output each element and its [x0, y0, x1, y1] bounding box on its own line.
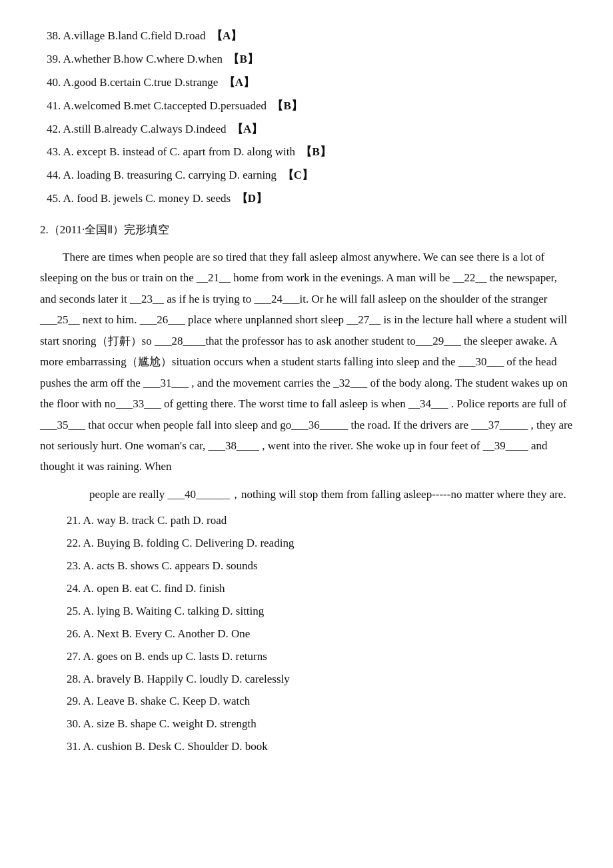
passage-block: There are times when people are so tired… [40, 247, 573, 505]
question-line-25: 25. A. lying B. Waiting C. talking D. si… [67, 602, 573, 621]
question-line-21: 21. A. way B. track C. path D. road [67, 511, 573, 531]
questions-21-31-block: 21. A. way B. track C. path D. road22. A… [40, 511, 573, 757]
passage-paragraph-0: There are times when people are so tired… [40, 247, 573, 477]
question-line-28: 28. A. bravely B. Happily C. loudly D. c… [67, 670, 573, 689]
question-line-27: 27. A. goes on B. ends up C. lasts D. re… [67, 647, 573, 667]
question-line-22: 22. A. Buying B. folding C. Delivering D… [67, 534, 573, 553]
question-line-24: 24. A. open B. eat C. find D. finish [67, 579, 573, 599]
question-line-26: 26. A. Next B. Every C. Another D. One [67, 625, 573, 644]
question-line-29: 29. A. Leave B. shake C. Keep D. watch [67, 692, 573, 711]
question-line-38: 38. A.village B.land C.field D.road 【A】 [40, 27, 573, 46]
section2-header: 2.（2011·全国Ⅱ）完形填空 [40, 221, 573, 240]
question-line-31: 31. A. cushion B. Desk C. Shoulder D. bo… [67, 737, 573, 757]
question-line-30: 30. A. size B. shape C. weight D. streng… [67, 715, 573, 734]
question-line-42: 42. A.still B.already C.always D.indeed … [40, 120, 573, 139]
question-line-39: 39. A.whether B.how C.where D.when 【B】 [40, 50, 573, 69]
question-line-44: 44. A. loading B. treasuring C. carrying… [40, 166, 573, 185]
question-line-43: 43. A. except B. instead of C. apart fro… [40, 143, 573, 162]
question-line-45: 45. A. food B. jewels C. money D. seeds … [40, 189, 573, 209]
question-line-41: 41. A.welcomed B.met C.taccepted D.persu… [40, 97, 573, 116]
question-line-23: 23. A. acts B. shows C. appears D. sound… [67, 557, 573, 576]
question-line-40: 40. A.good B.certain C.true D.strange 【A… [40, 73, 573, 93]
questions-38-45-block: 38. A.village B.land C.field D.road 【A】3… [40, 27, 573, 209]
passage-paragraph-1: people are really ___40______，nothing wi… [40, 484, 573, 505]
page-content: 38. A.village B.land C.field D.road 【A】3… [40, 27, 573, 757]
